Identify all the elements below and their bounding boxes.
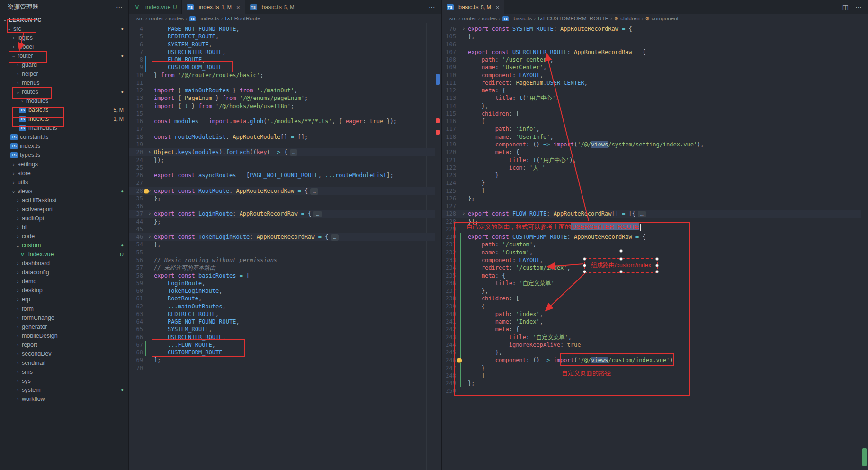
explorer-item-seconddev[interactable]: ›secondDev bbox=[0, 349, 128, 358]
code-line-9[interactable]: 9 CUSTOMFORM_ROUTE bbox=[129, 63, 435, 71]
code-line-248[interactable]: 248 ] bbox=[442, 372, 861, 380]
code-line-11[interactable]: 11 bbox=[129, 79, 435, 87]
code-line-59[interactable]: 59 LoginRoute, bbox=[129, 280, 435, 287]
breadcrumb-item-routes[interactable]: routes bbox=[482, 16, 497, 21]
code-line-6[interactable]: 6 SYSTEM_ROUTE, bbox=[129, 41, 435, 48]
code-line-106[interactable]: 106 bbox=[442, 41, 861, 48]
code-editor-index-ts[interactable]: 4 PAGE_NOT_FOUND_ROUTE,5 REDIRECT_ROUTE,… bbox=[129, 23, 441, 470]
explorer-item-store[interactable]: ›store bbox=[0, 169, 128, 178]
explorer-item-index-vue[interactable]: Vindex.vueU bbox=[0, 250, 128, 259]
breadcrumb-item-basic-ts[interactable]: TSbasic.ts bbox=[502, 16, 532, 22]
explorer-item-report[interactable]: ›report bbox=[0, 340, 128, 349]
chevron-down-icon[interactable]: ⌄ bbox=[2, 17, 8, 23]
chevron-right-icon[interactable]: › bbox=[10, 44, 17, 50]
explorer-item-index-ts[interactable]: TSindex.ts1, M bbox=[0, 115, 128, 124]
explorer-item-desktop[interactable]: ›desktop bbox=[0, 286, 128, 295]
overview-ruler-right[interactable] bbox=[861, 23, 868, 470]
code-line-121[interactable]: 121 title: t('用户中心'), bbox=[442, 156, 861, 164]
chevron-right-icon[interactable]: › bbox=[15, 80, 21, 86]
explorer-item-mobiledesign[interactable]: ›mobileDesign bbox=[0, 331, 128, 340]
explorer-item-demo[interactable]: ›demo bbox=[0, 277, 128, 286]
breadcrumb-item-rootroute[interactable]: [x]RootRoute bbox=[224, 16, 260, 21]
fold-chevron-icon[interactable]: › bbox=[147, 233, 152, 241]
breadcrumb-item-routes[interactable]: routes bbox=[169, 16, 184, 21]
code-line-235[interactable]: 235 meta: { bbox=[442, 272, 861, 280]
chevron-right-icon[interactable]: › bbox=[15, 351, 21, 357]
code-line-238[interactable]: 238 children: [ bbox=[442, 295, 861, 302]
code-line-58[interactable]: 58export const basicRoutes = [ bbox=[129, 272, 435, 280]
chevron-right-icon[interactable]: › bbox=[15, 234, 21, 239]
code-line-76[interactable]: 76›export const SYSTEM_ROUTE: AppRouteRe… bbox=[442, 25, 861, 33]
chevron-right-icon[interactable]: › bbox=[15, 306, 21, 312]
code-line-17[interactable]: 17 bbox=[129, 125, 435, 133]
explorer-item-learun-pc[interactable]: ⌄LEARUN PC bbox=[0, 15, 128, 24]
code-line-233[interactable]: 233 component: LAYOUT, bbox=[442, 256, 861, 264]
code-line-19[interactable]: 19 bbox=[129, 141, 435, 148]
chevron-right-icon[interactable]: › bbox=[15, 369, 21, 375]
explorer-item-menus[interactable]: ›menus bbox=[0, 78, 128, 87]
explorer-item-guard[interactable]: ›guard bbox=[0, 60, 128, 69]
chevron-right-icon[interactable]: › bbox=[15, 207, 21, 212]
code-line-45[interactable]: 45 bbox=[129, 226, 435, 233]
code-line-15[interactable]: 15 bbox=[129, 110, 435, 118]
code-line-123[interactable]: 123 } bbox=[442, 172, 861, 179]
code-line-228[interactable]: 228}]; bbox=[442, 218, 861, 226]
tab-index-vue[interactable]: Vindex.vueU bbox=[129, 0, 182, 14]
chevron-right-icon[interactable]: › bbox=[10, 35, 17, 41]
explorer-item-acthitaskinst[interactable]: ›actHiTaskinst bbox=[0, 196, 128, 205]
explorer-item-types-ts[interactable]: TStypes.ts bbox=[0, 151, 128, 160]
code-line-250[interactable]: 250 bbox=[442, 387, 861, 395]
chevron-right-icon[interactable]: › bbox=[15, 378, 21, 384]
explorer-item-mainout-ts[interactable]: TSmainOut.ts bbox=[0, 124, 128, 133]
code-line-13[interactable]: 13import { PageEnum } from '/@/enums/pag… bbox=[129, 94, 435, 102]
lightbulb-icon[interactable] bbox=[457, 358, 462, 362]
code-line-234[interactable]: 234 redirect: '/custom/index', bbox=[442, 264, 861, 271]
chevron-right-icon[interactable]: › bbox=[15, 360, 21, 366]
code-line-239[interactable]: 239 { bbox=[442, 303, 861, 310]
more-actions-icon[interactable]: ⋯ bbox=[429, 3, 435, 11]
code-line-67[interactable]: 67 ...FLOW_ROUTE, bbox=[129, 341, 435, 349]
explorer-item-dataconfig[interactable]: ›dataconfig bbox=[0, 268, 128, 277]
code-line-241[interactable]: 241 name: 'Index', bbox=[442, 318, 861, 325]
breadcrumb-item-src[interactable]: src bbox=[449, 16, 456, 21]
tab-basic-ts[interactable]: TSbasic.ts5, M× bbox=[442, 0, 504, 14]
code-line-4[interactable]: 4 PAGE_NOT_FOUND_ROUTE, bbox=[129, 25, 435, 33]
code-line-122[interactable]: 122 icon: '人 ' bbox=[442, 164, 861, 172]
explorer-item-utils[interactable]: ›utils bbox=[0, 178, 128, 187]
chevron-right-icon[interactable]: › bbox=[10, 171, 17, 176]
code-line-113[interactable]: 113 title: t('用户中心') bbox=[442, 94, 861, 102]
chevron-down-icon[interactable]: ⌄ bbox=[10, 53, 17, 59]
breadcrumb-item-src[interactable]: src bbox=[136, 16, 143, 21]
code-line-116[interactable]: 116 { bbox=[442, 118, 861, 125]
chevron-right-icon[interactable]: › bbox=[15, 225, 21, 230]
code-line-44[interactable]: 44}; bbox=[129, 218, 435, 226]
code-line-240[interactable]: 240 path: 'index', bbox=[442, 310, 861, 318]
code-line-124[interactable]: 124 } bbox=[442, 179, 861, 187]
code-line-120[interactable]: 120 meta: { bbox=[442, 148, 861, 156]
chevron-right-icon[interactable]: › bbox=[15, 324, 21, 330]
code-line-65[interactable]: 65 SYSTEM_ROUTE, bbox=[129, 325, 435, 333]
close-tab-icon[interactable]: × bbox=[236, 4, 240, 11]
code-line-245[interactable]: 245 }, bbox=[442, 349, 861, 356]
explorer-item-generator[interactable]: ›generator bbox=[0, 322, 128, 331]
code-line-117[interactable]: 117 path: 'info', bbox=[442, 125, 861, 133]
code-line-118[interactable]: 118 name: 'UserInfo', bbox=[442, 133, 861, 141]
chevron-right-icon[interactable]: › bbox=[15, 396, 21, 402]
chevron-right-icon[interactable]: › bbox=[15, 333, 21, 339]
chevron-right-icon[interactable]: › bbox=[15, 261, 21, 266]
more-actions-icon[interactable]: ⋯ bbox=[855, 3, 862, 11]
code-line-128[interactable]: 128›export const FLOW_ROUTE: AppRouteRec… bbox=[442, 210, 861, 217]
lightbulb-icon[interactable] bbox=[144, 189, 149, 193]
split-editor-icon[interactable]: ◫ bbox=[842, 3, 849, 11]
explorer-item-sendmail[interactable]: ›sendmail bbox=[0, 358, 128, 367]
chevron-right-icon[interactable]: › bbox=[15, 288, 21, 293]
code-line-107[interactable]: 107export const USERCENTER_ROUTE: AppRou… bbox=[442, 48, 861, 56]
code-line-125[interactable]: 125 ] bbox=[442, 187, 861, 195]
code-line-7[interactable]: 7 USERCENTER_ROUTE, bbox=[129, 48, 435, 56]
chevron-right-icon[interactable]: › bbox=[15, 297, 21, 302]
code-line-244[interactable]: 244 ignoreKeepAlive: true bbox=[442, 341, 861, 349]
chevron-right-icon[interactable]: › bbox=[15, 198, 21, 203]
breadcrumb-item-component[interactable]: ⚙component bbox=[645, 16, 679, 22]
code-editor-basic-ts[interactable]: 76›export const SYSTEM_ROUTE: AppRouteRe… bbox=[442, 23, 868, 470]
code-line-55[interactable]: 55 bbox=[129, 249, 435, 256]
